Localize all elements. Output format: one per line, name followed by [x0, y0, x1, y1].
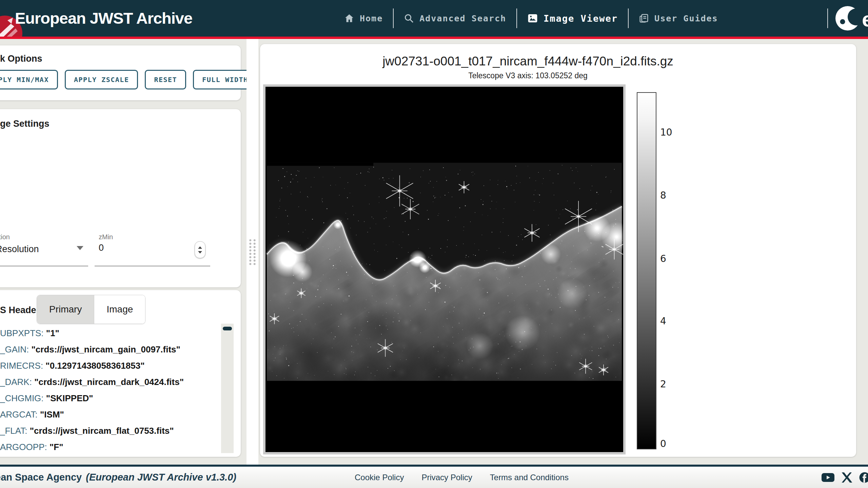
fits-entry: _FLAT: "crds://jwst_nircam_flat_0753.fit…	[0, 426, 203, 442]
esa-logo[interactable]: esa	[835, 4, 868, 33]
colorbar-tick: 2	[660, 379, 666, 390]
fits-entry: RIMECRS: "0.12971438058361853"	[0, 361, 203, 377]
step-down-icon	[198, 251, 202, 253]
colorbar-tick: 0	[660, 438, 666, 449]
resolution-label: solution	[0, 233, 10, 241]
nav-item-advanced-search[interactable]: Advanced Search	[394, 0, 516, 37]
zmin-field: zMin	[95, 233, 210, 266]
nav-item-image-viewer[interactable]: Image Viewer	[517, 0, 628, 37]
drag-handle-icon[interactable]	[248, 239, 257, 265]
fits-entry: _CHGMIG: "SKIPPED"	[0, 393, 203, 409]
tab-image[interactable]: Image	[94, 295, 145, 324]
step-up-icon	[198, 246, 202, 249]
colorbar-tick: 8	[660, 190, 666, 201]
fits-image-frame	[263, 84, 626, 454]
nav-item-label: Image Viewer	[544, 13, 618, 24]
tab-primary[interactable]: Primary	[37, 295, 94, 324]
page: European JWST Archive Home Advanced Sear…	[0, 0, 868, 488]
cookie-policy-link[interactable]: Cookie Policy	[355, 473, 404, 482]
footer-agency-text: ean Space Agency	[0, 472, 82, 483]
colorbar-gradient	[637, 92, 656, 449]
nav-item-label: Home	[360, 14, 383, 23]
youtube-icon[interactable]	[821, 472, 835, 483]
privacy-policy-link[interactable]: Privacy Policy	[421, 473, 472, 482]
quick-options-buttons: PLY MIN/MAX APPLY ZSCALE RESET FULL WIDT…	[0, 70, 257, 89]
telescope-axis-subtitle: Telescope V3 axis: 103.05252 deg	[331, 71, 725, 80]
home-icon	[344, 13, 354, 23]
scrollbar-thumb[interactable]	[223, 327, 232, 330]
accent-red-line	[0, 37, 868, 39]
fits-entry: _DARK: "crds://jwst_nircam_dark_0424.fit…	[0, 377, 203, 393]
x-twitter-icon[interactable]	[842, 472, 852, 483]
quick-options-title: k Options	[0, 54, 42, 64]
facebook-icon[interactable]	[859, 472, 868, 483]
nav-item-label: Advanced Search	[419, 14, 506, 23]
nav-item-home[interactable]: Home	[334, 0, 393, 37]
fits-file-title: jw02731-o001_t017_nircam_f444w-f470n_i2d…	[331, 54, 725, 68]
footer-social	[821, 467, 868, 488]
colorbar-tick: 10	[660, 127, 672, 138]
colorbar-tick: 6	[660, 253, 666, 264]
resolution-select[interactable]: solution w Resolution	[0, 233, 88, 266]
footer-agency: ean Space Agency (European JWST Archive …	[0, 467, 236, 488]
app-title: European JWST Archive	[15, 9, 192, 27]
main-nav: Home Advanced Search Image Viewer	[334, 0, 728, 37]
fits-header-title: S Header	[0, 305, 40, 316]
svg-text:esa: esa	[862, 7, 868, 31]
image-settings-title: ge Settings	[0, 119, 50, 129]
zmin-label: zMin	[99, 233, 113, 241]
footer-links: Cookie Policy Privacy Policy Terms and C…	[355, 467, 569, 488]
fits-entry: _GAIN: "crds://jwst_nircam_gain_0097.fit…	[0, 344, 203, 361]
reset-button[interactable]: RESET	[145, 70, 186, 89]
image-settings-panel: ge Settings solution w Resolution zMin a…	[0, 109, 241, 287]
fits-entry: ARGCAT: "ISM"	[0, 409, 203, 426]
panel-splitter[interactable]	[246, 39, 258, 465]
footer: ean Space Agency (European JWST Archive …	[0, 465, 868, 488]
fits-image-canvas[interactable]	[265, 87, 623, 452]
chevron-down-icon	[77, 246, 83, 250]
apply-zscale-button[interactable]: APPLY ZSCALE	[65, 70, 138, 89]
footer-version: (European JWST Archive v1.3.0)	[86, 472, 236, 483]
nav-item-user-guides[interactable]: User Guides	[629, 0, 728, 37]
navbar: European JWST Archive Home Advanced Sear…	[0, 0, 868, 37]
fits-header-tabs: Primary Image	[37, 295, 145, 324]
zmin-stepper[interactable]	[195, 241, 205, 258]
quick-options-panel: k Options PLY MIN/MAX APPLY ZSCALE RESET…	[0, 45, 241, 100]
resolution-value: w Resolution	[0, 244, 39, 255]
colorbar-tick: 4	[660, 316, 666, 327]
user-guides-icon	[639, 13, 649, 23]
fits-entry: ARGOOPP: "F"	[0, 442, 203, 458]
nav-separator	[827, 8, 828, 28]
fits-entry: UBPXPTS: "1"	[0, 328, 203, 344]
search-icon	[404, 13, 414, 23]
terms-and-conditions-link[interactable]: Terms and Conditions	[490, 473, 569, 482]
fits-header-panel: S Header Primary Image UBPXPTS: "1" _GAI…	[0, 290, 241, 457]
nav-item-label: User Guides	[654, 14, 718, 23]
viewer-panel: jw02731-o001_t017_nircam_f444w-f470n_i2d…	[260, 44, 856, 457]
zmin-input[interactable]	[99, 243, 183, 253]
image-viewer-icon	[527, 13, 538, 24]
fits-header-scrollbar[interactable]	[221, 324, 234, 453]
fits-header-list: UBPXPTS: "1" _GAIN: "crds://jwst_nircam_…	[0, 328, 203, 458]
apply-minmax-button[interactable]: PLY MIN/MAX	[0, 70, 58, 89]
